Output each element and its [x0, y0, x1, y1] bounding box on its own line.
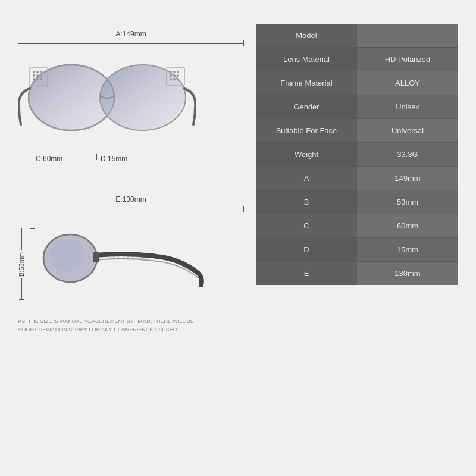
- table-row: E130mm: [256, 262, 458, 286]
- spec-label: Model: [256, 24, 357, 48]
- bottom-dims: C:60mm D:15mm: [18, 149, 244, 165]
- dim-c: C:60mm: [36, 149, 95, 165]
- divider-cd: [96, 154, 97, 160]
- spec-value: Universal: [357, 119, 458, 143]
- glasses-front-image: [18, 51, 196, 146]
- spec-value: 60mm: [357, 214, 458, 238]
- table-row: Frame MaterialALLOY: [256, 71, 458, 95]
- svg-point-4: [33, 71, 35, 73]
- spec-label: Gender: [256, 95, 357, 119]
- svg-point-20: [170, 78, 172, 80]
- glasses-side-image: [35, 217, 213, 312]
- spec-value: Unisex: [357, 95, 458, 119]
- spec-value: 33.3G: [357, 143, 458, 167]
- tick-b-top: [30, 228, 35, 229]
- svg-point-19: [177, 74, 179, 77]
- svg-point-21: [173, 78, 176, 80]
- tick-c-right: [95, 149, 95, 155]
- svg-point-22: [177, 78, 179, 80]
- spec-label: Suitable For Face: [256, 119, 357, 143]
- table-row: GenderUnisex: [256, 95, 458, 119]
- svg-point-12: [40, 78, 42, 80]
- measurement-note: PS: THE SIZE IS MANUAL MEASUREMENT BY HA…: [18, 318, 196, 334]
- svg-point-2: [100, 65, 186, 130]
- svg-point-9: [40, 74, 42, 77]
- spec-label: D: [256, 238, 357, 262]
- svg-point-11: [36, 78, 39, 80]
- spec-label: Lens Material: [256, 48, 357, 71]
- hline-a: [18, 43, 243, 44]
- vline-b-bottom: [21, 278, 22, 300]
- svg-point-10: [33, 78, 35, 80]
- svg-point-7: [33, 74, 35, 77]
- dimension-b-label: B:53mm: [18, 252, 25, 277]
- side-view-row: B:53mm: [18, 217, 244, 312]
- left-panel: A:149mm: [18, 24, 244, 452]
- hline-e: [18, 209, 243, 209]
- spec-value: HD Polarized: [357, 48, 458, 71]
- svg-point-16: [177, 71, 179, 73]
- vline-b-top: [21, 228, 22, 250]
- dimension-e-arrow: [18, 206, 244, 212]
- svg-point-5: [36, 71, 39, 73]
- table-row: C60mm: [256, 214, 458, 238]
- spec-value: 130mm: [357, 262, 458, 286]
- dimension-d-label: D:15mm: [101, 155, 124, 163]
- spec-label: Weight: [256, 143, 357, 167]
- svg-point-18: [173, 74, 176, 77]
- arrow-d: [101, 149, 124, 155]
- spec-value: 53mm: [357, 190, 458, 214]
- table-row: Weight33.3G: [256, 143, 458, 167]
- b-dim-container: B:53mm: [18, 228, 25, 300]
- right-panel: Model——Lens MaterialHD PolarizedFrame Ma…: [256, 24, 458, 452]
- tick-b-bottom: [19, 299, 24, 300]
- svg-point-15: [173, 71, 176, 73]
- svg-point-14: [170, 71, 172, 73]
- table-row: D15mm: [256, 238, 458, 262]
- table-row: B53mm: [256, 190, 458, 214]
- side-view-section: E:130mm B:53mm: [18, 195, 244, 312]
- svg-rect-33: [93, 252, 99, 262]
- table-row: Suitable For FaceUniversal: [256, 119, 458, 143]
- dimension-a-line: A:149mm: [18, 30, 244, 46]
- svg-point-24: [49, 239, 85, 272]
- spec-label: Frame Material: [256, 71, 357, 95]
- svg-point-17: [170, 74, 172, 77]
- spec-label: A: [256, 167, 357, 190]
- spec-value: 149mm: [357, 167, 458, 190]
- spec-label: E: [256, 262, 357, 286]
- spec-label: B: [256, 190, 357, 214]
- dimension-c-label: C:60mm: [36, 155, 95, 163]
- specs-table: Model——Lens MaterialHD PolarizedFrame Ma…: [256, 24, 458, 285]
- svg-point-8: [36, 74, 39, 77]
- dimension-a-label: A:149mm: [115, 30, 146, 38]
- table-row: A149mm: [256, 167, 458, 190]
- glasses-side-svg: [37, 226, 210, 303]
- dim-d: D:15mm: [101, 149, 124, 165]
- spec-label: C: [256, 214, 357, 238]
- hline-d: [101, 152, 124, 152]
- main-container: A:149mm: [6, 12, 470, 464]
- glasses-front-svg: [18, 53, 196, 145]
- tick-d-right: [124, 149, 124, 155]
- arrow-c: [36, 149, 95, 155]
- tick-e-right: [243, 206, 244, 212]
- front-view-diagram: A:149mm: [18, 30, 244, 165]
- dimension-e-line: E:130mm: [18, 195, 244, 212]
- table-row: Model——: [256, 24, 458, 48]
- table-row: Lens MaterialHD Polarized: [256, 48, 458, 71]
- svg-point-6: [40, 71, 42, 73]
- spec-value: 15mm: [357, 238, 458, 262]
- spec-value: ——: [357, 24, 458, 48]
- hline-c: [36, 152, 95, 152]
- dimension-e-label: E:130mm: [115, 195, 146, 203]
- spec-value: ALLOY: [357, 71, 458, 95]
- tick-right-a: [243, 40, 244, 46]
- dimension-a-arrow: [18, 40, 244, 46]
